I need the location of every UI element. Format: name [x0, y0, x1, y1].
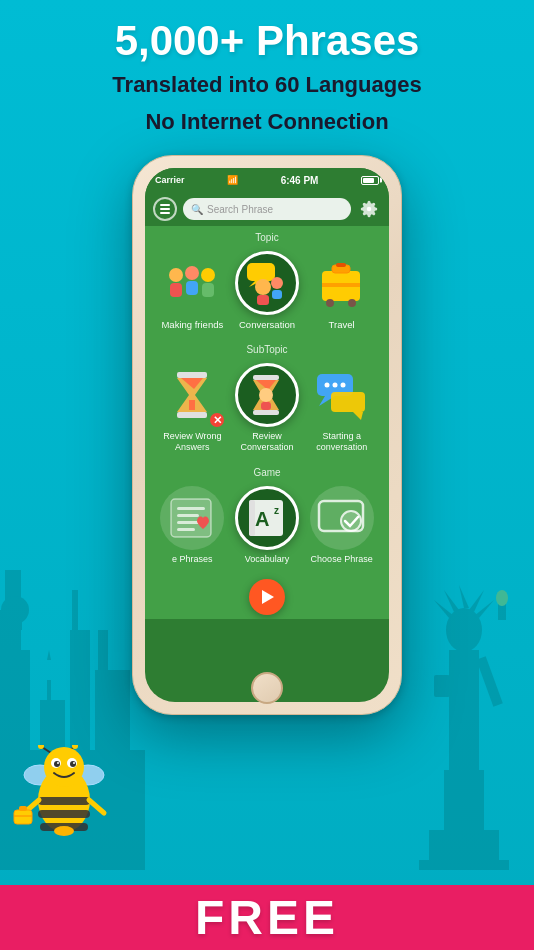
svg-text:A: A	[255, 508, 269, 530]
svg-rect-26	[419, 860, 509, 870]
svg-text:z: z	[274, 505, 279, 516]
subtopic-label-starting-conversation: Starting a conversation	[306, 431, 378, 453]
svg-rect-5	[72, 590, 78, 630]
main-title: 5,000+ Phrases	[0, 18, 534, 64]
svg-point-88	[73, 762, 75, 764]
svg-point-37	[271, 277, 283, 289]
game-label-vocabulary: Vocabulary	[245, 554, 290, 565]
svg-point-43	[326, 299, 334, 307]
game-item-vocabulary[interactable]: A z Vocabulary	[231, 486, 303, 565]
svg-rect-11	[47, 680, 51, 700]
subtopic-icon-review-wrong: ✕	[160, 363, 224, 427]
settings-button[interactable]	[357, 197, 381, 221]
topic-label-conversation: Conversation	[239, 319, 295, 330]
svg-point-35	[255, 279, 271, 295]
game-label-phrases: e Phrases	[172, 554, 213, 565]
svg-point-94	[54, 826, 74, 836]
svg-point-87	[57, 762, 59, 764]
play-triangle-icon	[262, 590, 274, 604]
game-label-choose-phrase: Choose Phrase	[311, 554, 373, 565]
subtopic-item-starting-conversation[interactable]: Starting a conversation	[306, 363, 378, 453]
svg-rect-50	[253, 375, 279, 380]
svg-marker-17	[444, 590, 459, 612]
topic-icon-making-friends	[160, 251, 224, 315]
play-button-area	[145, 573, 389, 619]
subtopic-icon-review-conversation	[235, 363, 299, 427]
svg-rect-28	[170, 283, 182, 297]
svg-rect-66	[177, 514, 199, 517]
svg-rect-24	[434, 675, 450, 697]
svg-rect-51	[253, 410, 279, 415]
svg-point-23	[496, 590, 508, 606]
starting-conversation-icon	[311, 364, 373, 426]
wifi-icon: 📶	[227, 175, 238, 185]
svg-rect-56	[261, 402, 271, 410]
topic-label-travel: Travel	[329, 319, 355, 330]
phone-home-button[interactable]	[251, 672, 283, 704]
svg-point-29	[185, 266, 199, 280]
svg-point-85	[54, 761, 60, 767]
search-placeholder: Search Phrase	[207, 204, 273, 215]
phone-screen: Carrier 📶 6:46 PM	[145, 168, 389, 702]
travel-icon	[312, 253, 372, 313]
play-button[interactable]	[249, 579, 285, 615]
subtopic-section-label: SubTopic	[145, 338, 389, 359]
status-bar: Carrier 📶 6:46 PM	[145, 168, 389, 192]
game-row: e Phrases A z	[145, 482, 389, 573]
topic-item-conversation[interactable]: Conversation	[231, 251, 303, 330]
game-icon-phrases	[160, 486, 224, 550]
red-x-icon: ✕	[208, 411, 226, 429]
battery-icon	[361, 176, 379, 185]
phone-outer-shell: Carrier 📶 6:46 PM	[132, 155, 402, 715]
svg-rect-32	[202, 283, 214, 297]
battery-area	[361, 176, 379, 185]
carrier-text: Carrier	[155, 175, 185, 185]
svg-rect-68	[177, 528, 195, 531]
svg-rect-41	[336, 263, 346, 267]
svg-marker-60	[353, 412, 363, 420]
game-item-choose-phrase[interactable]: Choose Phrase	[306, 486, 378, 565]
svg-rect-38	[272, 290, 282, 299]
subtopic-item-review-conversation[interactable]: Review Conversation	[231, 363, 303, 453]
topic-icon-conversation	[235, 251, 299, 315]
review-conversation-icon	[241, 369, 293, 421]
svg-marker-18	[469, 590, 484, 612]
bee-mascot	[12, 745, 122, 865]
svg-point-55	[259, 388, 273, 402]
phone-device: Carrier 📶 6:46 PM	[132, 155, 402, 715]
subtitle-line1: Translated into 60 Languages	[0, 70, 534, 101]
svg-rect-59	[331, 392, 365, 412]
svg-marker-49	[189, 400, 195, 410]
subtopics-row: ✕ Review Wrong Answers	[145, 359, 389, 461]
svg-rect-10	[8, 610, 22, 630]
topic-icon-travel	[310, 251, 374, 315]
menu-button[interactable]	[153, 197, 177, 221]
search-box[interactable]: 🔍 Search Phrase	[183, 198, 351, 220]
free-banner: FREE	[0, 885, 534, 950]
svg-rect-7	[98, 630, 108, 670]
vocabulary-icon: A z	[241, 492, 293, 544]
svg-point-86	[70, 761, 76, 767]
statue-silhouette-right	[394, 490, 534, 870]
screen-content: Topic	[145, 226, 389, 619]
svg-point-44	[348, 299, 356, 307]
subtitle-line2: No Internet Connection	[0, 107, 534, 138]
svg-rect-30	[186, 281, 198, 295]
svg-line-93	[89, 800, 104, 813]
svg-rect-42	[322, 283, 360, 287]
svg-point-31	[201, 268, 215, 282]
subtopic-item-review-wrong[interactable]: ✕ Review Wrong Answers	[156, 363, 228, 453]
svg-rect-13	[449, 650, 479, 770]
hamburger-icon	[160, 204, 170, 214]
svg-point-62	[332, 383, 337, 388]
making-friends-icon	[162, 253, 222, 313]
topic-item-travel[interactable]: Travel	[306, 251, 378, 330]
game-icon-vocabulary: A z	[235, 486, 299, 550]
svg-point-63	[340, 383, 345, 388]
choose-phrase-icon	[311, 487, 373, 549]
game-item-phrases[interactable]: e Phrases	[156, 486, 228, 565]
topic-item-making-friends[interactable]: Making friends	[156, 251, 228, 330]
svg-rect-95	[14, 810, 32, 824]
svg-rect-90	[38, 810, 90, 818]
topic-section-label: Topic	[145, 226, 389, 247]
